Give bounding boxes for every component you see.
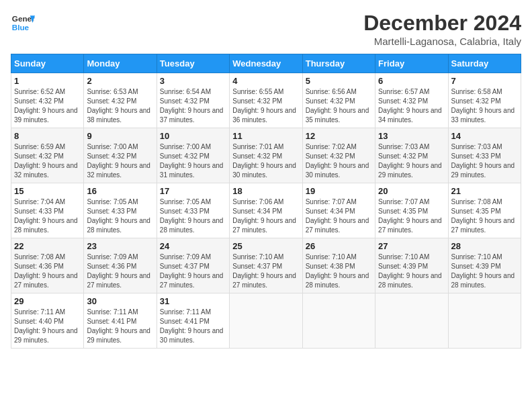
header-tuesday: Tuesday: [157, 54, 229, 73]
daylight-label: Daylight: 9 hours and 27 minutes.: [232, 272, 296, 289]
calendar-cell: 3 Sunrise: 6:54 AM Sunset: 4:32 PM Dayli…: [157, 73, 229, 128]
sunrise-label: Sunrise: 7:01 AM: [232, 143, 283, 150]
day-info: Sunrise: 7:07 AM Sunset: 4:34 PM Dayligh…: [306, 197, 372, 235]
day-number: 17: [160, 186, 226, 196]
sunset-label: Sunset: 4:41 PM: [87, 318, 136, 325]
daylight-label: Daylight: 9 hours and 29 minutes.: [14, 327, 78, 344]
daylight-label: Daylight: 9 hours and 28 minutes.: [87, 217, 150, 234]
sunrise-label: Sunrise: 7:11 AM: [160, 308, 211, 316]
daylight-label: Daylight: 9 hours and 39 minutes.: [14, 107, 78, 124]
day-info: Sunrise: 7:10 AM Sunset: 4:38 PM Dayligh…: [306, 253, 372, 290]
day-number: 2: [87, 76, 153, 86]
day-info: Sunrise: 7:03 AM Sunset: 4:33 PM Dayligh…: [451, 142, 518, 180]
sunrise-label: Sunrise: 7:10 AM: [378, 253, 429, 261]
day-number: 22: [14, 241, 81, 251]
day-info: Sunrise: 7:11 AM Sunset: 4:41 PM Dayligh…: [160, 308, 226, 345]
daylight-label: Daylight: 9 hours and 27 minutes.: [378, 217, 442, 234]
week-row-1: 1 Sunrise: 6:52 AM Sunset: 4:32 PM Dayli…: [11, 73, 521, 128]
day-info: Sunrise: 7:10 AM Sunset: 4:39 PM Dayligh…: [451, 253, 518, 290]
day-number: 10: [160, 131, 226, 141]
calendar-cell: 30 Sunrise: 7:11 AM Sunset: 4:41 PM Dayl…: [84, 293, 157, 349]
sunset-label: Sunset: 4:34 PM: [306, 208, 355, 215]
calendar-cell: 17 Sunrise: 7:05 AM Sunset: 4:33 PM Dayl…: [157, 183, 229, 238]
week-row-4: 22 Sunrise: 7:08 AM Sunset: 4:36 PM Dayl…: [11, 238, 521, 293]
logo-icon: General Blue: [11, 11, 35, 35]
calendar-cell: 15 Sunrise: 7:04 AM Sunset: 4:33 PM Dayl…: [11, 183, 84, 238]
calendar-cell: 23 Sunrise: 7:09 AM Sunset: 4:36 PM Dayl…: [84, 238, 157, 293]
calendar-cell: 13 Sunrise: 7:03 AM Sunset: 4:32 PM Dayl…: [375, 128, 448, 183]
day-number: 12: [306, 131, 372, 141]
calendar-cell: 20 Sunrise: 7:07 AM Sunset: 4:35 PM Dayl…: [375, 183, 448, 238]
day-info: Sunrise: 6:57 AM Sunset: 4:32 PM Dayligh…: [378, 87, 445, 125]
daylight-label: Daylight: 9 hours and 28 minutes.: [306, 272, 369, 289]
header-thursday: Thursday: [302, 54, 375, 73]
day-number: 7: [451, 76, 518, 86]
header-saturday: Saturday: [448, 54, 521, 73]
day-number: 30: [87, 296, 153, 306]
calendar-cell: 22 Sunrise: 7:08 AM Sunset: 4:36 PM Dayl…: [11, 238, 84, 293]
day-info: Sunrise: 7:08 AM Sunset: 4:36 PM Dayligh…: [14, 253, 81, 290]
sunset-label: Sunset: 4:40 PM: [14, 318, 64, 325]
sunset-label: Sunset: 4:37 PM: [232, 263, 282, 270]
sunset-label: Sunset: 4:32 PM: [160, 152, 210, 160]
day-info: Sunrise: 6:58 AM Sunset: 4:32 PM Dayligh…: [451, 87, 518, 125]
day-number: 1: [14, 76, 81, 86]
sunrise-label: Sunrise: 7:09 AM: [160, 253, 211, 261]
sunset-label: Sunset: 4:32 PM: [306, 152, 355, 160]
calendar-cell: 1 Sunrise: 6:52 AM Sunset: 4:32 PM Dayli…: [11, 73, 84, 128]
calendar-cell: 8 Sunrise: 6:59 AM Sunset: 4:32 PM Dayli…: [11, 128, 84, 183]
day-number: 25: [232, 241, 299, 251]
sunset-label: Sunset: 4:35 PM: [378, 208, 428, 215]
daylight-label: Daylight: 9 hours and 27 minutes.: [87, 272, 150, 289]
day-info: Sunrise: 6:52 AM Sunset: 4:32 PM Dayligh…: [14, 87, 81, 125]
day-number: 9: [87, 131, 153, 141]
calendar-cell: 4 Sunrise: 6:55 AM Sunset: 4:32 PM Dayli…: [230, 73, 302, 128]
sunrise-label: Sunrise: 7:08 AM: [14, 253, 65, 261]
sunrise-label: Sunrise: 6:54 AM: [160, 88, 211, 95]
daylight-label: Daylight: 9 hours and 28 minutes.: [160, 217, 224, 234]
calendar-cell: 9 Sunrise: 7:00 AM Sunset: 4:32 PM Dayli…: [84, 128, 157, 183]
daylight-label: Daylight: 9 hours and 29 minutes.: [451, 162, 515, 179]
sunrise-label: Sunrise: 7:00 AM: [87, 143, 138, 150]
sunrise-label: Sunrise: 7:04 AM: [14, 198, 65, 205]
sunrise-label: Sunrise: 7:09 AM: [87, 253, 138, 261]
day-info: Sunrise: 7:09 AM Sunset: 4:37 PM Dayligh…: [160, 253, 226, 290]
day-number: 5: [306, 76, 372, 86]
calendar-cell: 6 Sunrise: 6:57 AM Sunset: 4:32 PM Dayli…: [375, 73, 448, 128]
calendar-cell: 28 Sunrise: 7:10 AM Sunset: 4:39 PM Dayl…: [448, 238, 521, 293]
sunset-label: Sunset: 4:35 PM: [451, 208, 501, 215]
day-number: 28: [451, 241, 518, 251]
daylight-label: Daylight: 9 hours and 33 minutes.: [451, 107, 515, 124]
daylight-label: Daylight: 9 hours and 31 minutes.: [160, 162, 224, 179]
calendar-cell: 10 Sunrise: 7:00 AM Sunset: 4:32 PM Dayl…: [157, 128, 229, 183]
sunset-label: Sunset: 4:32 PM: [87, 97, 136, 105]
calendar-cell: 16 Sunrise: 7:05 AM Sunset: 4:33 PM Dayl…: [84, 183, 157, 238]
sunset-label: Sunset: 4:33 PM: [451, 152, 501, 160]
calendar-cell: [302, 293, 375, 349]
day-info: Sunrise: 7:11 AM Sunset: 4:40 PM Dayligh…: [14, 308, 81, 345]
sunset-label: Sunset: 4:39 PM: [451, 263, 501, 270]
week-row-3: 15 Sunrise: 7:04 AM Sunset: 4:33 PM Dayl…: [11, 183, 521, 238]
sunset-label: Sunset: 4:32 PM: [14, 97, 64, 105]
day-number: 11: [232, 131, 299, 141]
day-number: 26: [306, 241, 372, 251]
day-number: 29: [14, 296, 81, 306]
day-number: 15: [14, 186, 81, 196]
day-info: Sunrise: 7:08 AM Sunset: 4:35 PM Dayligh…: [451, 197, 518, 235]
sunset-label: Sunset: 4:36 PM: [14, 263, 64, 270]
sunrise-label: Sunrise: 7:10 AM: [232, 253, 283, 261]
sunset-label: Sunset: 4:32 PM: [378, 97, 428, 105]
sunrise-label: Sunrise: 7:11 AM: [14, 308, 65, 316]
sunset-label: Sunset: 4:41 PM: [160, 318, 210, 325]
sunrise-label: Sunrise: 7:05 AM: [160, 198, 211, 205]
calendar-header-row: SundayMondayTuesdayWednesdayThursdayFrid…: [11, 54, 521, 73]
sunrise-label: Sunrise: 6:56 AM: [306, 88, 357, 95]
sunset-label: Sunset: 4:38 PM: [306, 263, 355, 270]
calendar-cell: 29 Sunrise: 7:11 AM Sunset: 4:40 PM Dayl…: [11, 293, 84, 349]
sunset-label: Sunset: 4:32 PM: [14, 152, 64, 160]
day-number: 3: [160, 76, 226, 86]
calendar-cell: 19 Sunrise: 7:07 AM Sunset: 4:34 PM Dayl…: [302, 183, 375, 238]
day-info: Sunrise: 7:03 AM Sunset: 4:32 PM Dayligh…: [378, 142, 445, 180]
daylight-label: Daylight: 9 hours and 29 minutes.: [378, 162, 442, 179]
daylight-label: Daylight: 9 hours and 27 minutes.: [14, 272, 78, 289]
